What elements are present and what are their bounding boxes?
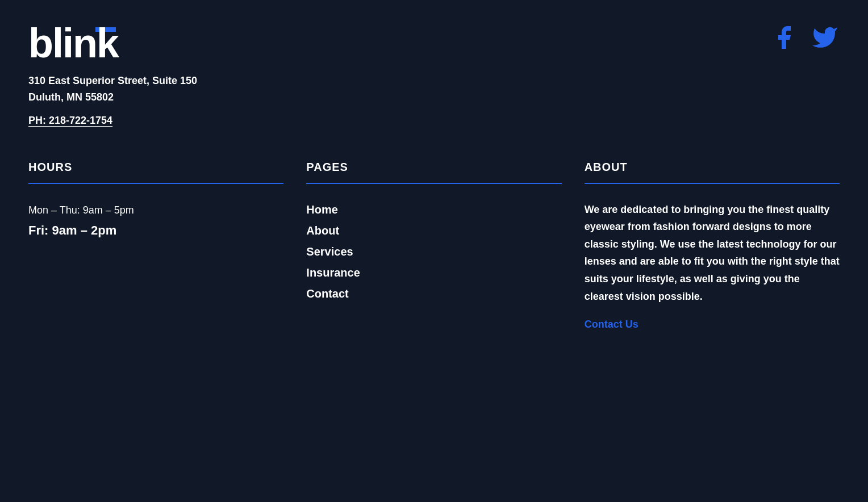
phone-number: 218-722-1754 (49, 115, 112, 126)
footer-bottom: HOURS Mon – Thu: 9am – 5pm Fri: 9am – 2p… (28, 161, 840, 331)
list-item: Insurance (306, 264, 561, 282)
hours-weekday: Mon – Thu: 9am – 5pm (28, 201, 283, 219)
pages-column: PAGES Home About Services Insurance Cont… (306, 161, 561, 331)
logo-section: blink 310 East Superior Street, Suite 15… (28, 23, 197, 127)
phone-label: PH: (28, 115, 46, 126)
about-description: We are dedicated to bringing you the fin… (585, 201, 840, 306)
pages-list: Home About Services Insurance Contact (306, 201, 561, 303)
nav-insurance[interactable]: Insurance (306, 264, 561, 282)
nav-services[interactable]: Services (306, 243, 561, 261)
phone[interactable]: PH: 218-722-1754 (28, 115, 197, 127)
twitter-icon[interactable] (810, 23, 840, 52)
logo-text: blink (28, 23, 118, 64)
about-divider (585, 183, 840, 184)
logo: blink (28, 23, 197, 64)
about-column: ABOUT We are dedicated to bringing you t… (585, 161, 840, 331)
nav-about[interactable]: About (306, 222, 561, 240)
hours-column: HOURS Mon – Thu: 9am – 5pm Fri: 9am – 2p… (28, 161, 283, 331)
social-icons (769, 23, 840, 52)
pages-divider (306, 183, 561, 184)
address: 310 East Superior Street, Suite 150 Dulu… (28, 73, 197, 106)
hours-divider (28, 183, 283, 184)
about-title: ABOUT (585, 161, 840, 174)
list-item: About (306, 222, 561, 240)
footer-top: blink 310 East Superior Street, Suite 15… (28, 23, 840, 127)
contact-us-link[interactable]: Contact Us (585, 319, 639, 330)
hours-friday: Fri: 9am – 2pm (28, 219, 283, 242)
address-line2: Duluth, MN 55802 (28, 89, 197, 106)
list-item: Services (306, 243, 561, 261)
pages-title: PAGES (306, 161, 561, 174)
nav-home[interactable]: Home (306, 201, 561, 219)
nav-contact[interactable]: Contact (306, 285, 561, 303)
footer: blink 310 East Superior Street, Suite 15… (0, 0, 868, 365)
hours-content: Mon – Thu: 9am – 5pm Fri: 9am – 2pm (28, 201, 283, 242)
facebook-icon[interactable] (769, 23, 799, 52)
address-line1: 310 East Superior Street, Suite 150 (28, 73, 197, 89)
hours-title: HOURS (28, 161, 283, 174)
list-item: Contact (306, 285, 561, 303)
list-item: Home (306, 201, 561, 219)
